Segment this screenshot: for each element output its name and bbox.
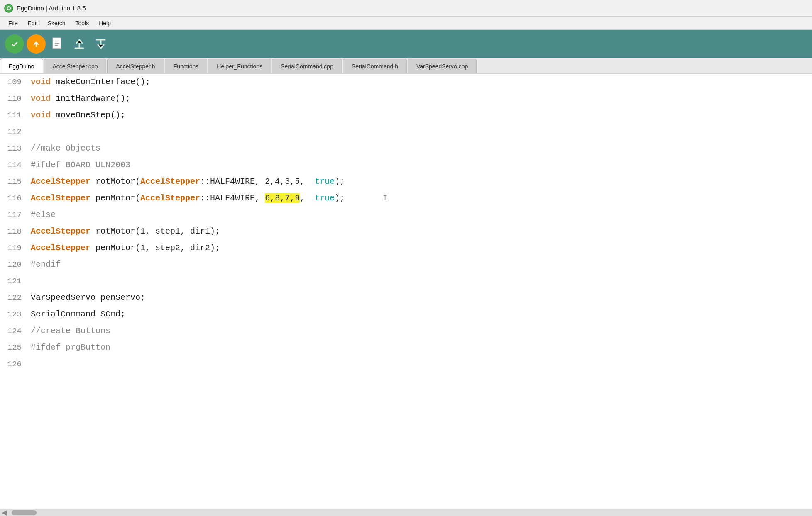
table-row: 114 #ifdef BOARD_ULN2003 (0, 157, 812, 173)
line-number: 111 (0, 107, 29, 124)
table-row: 111 void moveOneStep(); (0, 107, 812, 124)
table-row: 116 AccelStepper penMotor(AccelStepper::… (0, 190, 812, 207)
line-content: AccelStepper rotMotor(1, step1, dir1); (29, 223, 812, 240)
table-row: 119 AccelStepper penMotor(1, step2, dir2… (0, 240, 812, 256)
line-number: 123 (0, 306, 29, 323)
save-button[interactable] (91, 34, 110, 54)
line-number: 125 (0, 339, 29, 356)
line-content: #else (29, 207, 812, 223)
menu-edit[interactable]: Edit (23, 18, 43, 28)
app-icon (4, 4, 13, 13)
line-number: 115 (0, 173, 29, 190)
menu-bar: File Edit Sketch Tools Help (0, 17, 812, 30)
tabs-bar: EggDuino AccelStepper.cpp AccelStepper.h… (0, 58, 812, 74)
line-content: void moveOneStep(); (29, 107, 812, 124)
menu-file[interactable]: File (3, 18, 23, 28)
title-bar: EggDuino | Arduino 1.8.5 (0, 0, 812, 17)
line-number: 118 (0, 223, 29, 240)
horizontal-scrollbar[interactable]: ◀ (0, 509, 812, 516)
svg-point-3 (10, 39, 20, 49)
table-row: 126 (0, 356, 812, 372)
tab-helper-functions[interactable]: Helper_Functions (208, 59, 271, 73)
table-row: 113 //make Objects (0, 140, 812, 157)
new-button[interactable] (48, 34, 67, 54)
line-content: //create Buttons (29, 323, 812, 339)
toolbar (0, 30, 812, 58)
line-number: 117 (0, 207, 29, 223)
line-content: #endif (29, 256, 812, 273)
table-row: 109 void makeComInterface(); (0, 74, 812, 90)
table-row: 123 SerialCommand SCmd; (0, 306, 812, 323)
code-area[interactable]: 109 void makeComInterface(); 110 void in… (0, 74, 812, 509)
svg-point-2 (8, 7, 10, 9)
tab-serialcommand-cpp[interactable]: SerialCommand.cpp (272, 59, 342, 73)
table-row: 117 #else (0, 207, 812, 223)
line-content: #ifdef prgButton (29, 339, 812, 356)
table-row: 122 VarSpeedServo penServo; (0, 290, 812, 306)
tab-accelstepper-cpp[interactable]: AccelStepper.cpp (44, 59, 107, 73)
line-number: 109 (0, 74, 29, 90)
menu-tools[interactable]: Tools (71, 18, 94, 28)
table-row: 121 (0, 273, 812, 290)
line-content: SerialCommand SCmd; (29, 306, 812, 323)
line-number: 116 (0, 190, 29, 207)
table-row: 124 //create Buttons (0, 323, 812, 339)
line-number: 126 (0, 356, 29, 372)
line-number: 124 (0, 323, 29, 339)
tab-functions[interactable]: Functions (165, 59, 208, 73)
line-content: #ifdef BOARD_ULN2003 (29, 157, 812, 173)
tab-accelstepper-h[interactable]: AccelStepper.h (107, 59, 164, 73)
scroll-left-icon[interactable]: ◀ (0, 509, 8, 516)
scrollbar-thumb[interactable] (12, 510, 37, 515)
menu-help[interactable]: Help (94, 18, 116, 28)
verify-button[interactable] (5, 34, 24, 54)
line-number: 112 (0, 124, 29, 140)
line-number: 120 (0, 256, 29, 273)
line-number: 122 (0, 290, 29, 306)
upload-button[interactable] (27, 34, 46, 54)
line-content: AccelStepper rotMotor(AccelStepper::HALF… (29, 173, 812, 190)
line-content: void initHardware(); (29, 90, 812, 107)
tab-serialcommand-h[interactable]: SerialCommand.h (343, 59, 407, 73)
line-number: 121 (0, 273, 29, 290)
table-row: 120 #endif (0, 256, 812, 273)
line-content: AccelStepper penMotor(AccelStepper::HALF… (29, 190, 812, 207)
table-row: 112 (0, 124, 812, 140)
line-number: 119 (0, 240, 29, 256)
code-content: 109 void makeComInterface(); 110 void in… (0, 74, 812, 372)
open-button[interactable] (70, 34, 89, 54)
line-number: 113 (0, 140, 29, 157)
table-row: 125 #ifdef prgButton (0, 339, 812, 356)
line-content: VarSpeedServo penServo; (29, 290, 812, 306)
line-content: AccelStepper penMotor(1, step2, dir2); (29, 240, 812, 256)
line-number: 110 (0, 90, 29, 107)
window-title: EggDuino | Arduino 1.8.5 (17, 5, 86, 12)
menu-sketch[interactable]: Sketch (43, 18, 71, 28)
line-content: void makeComInterface(); (29, 74, 812, 90)
table-row: 110 void initHardware(); (0, 90, 812, 107)
line-number: 114 (0, 157, 29, 173)
table-row: 115 AccelStepper rotMotor(AccelStepper::… (0, 173, 812, 190)
table-row: 118 AccelStepper rotMotor(1, step1, dir1… (0, 223, 812, 240)
line-content: //make Objects (29, 140, 812, 157)
tab-eggduino[interactable]: EggDuino (0, 59, 43, 73)
tab-varspeedservo-cpp[interactable]: VarSpeedServo.cpp (408, 59, 477, 73)
